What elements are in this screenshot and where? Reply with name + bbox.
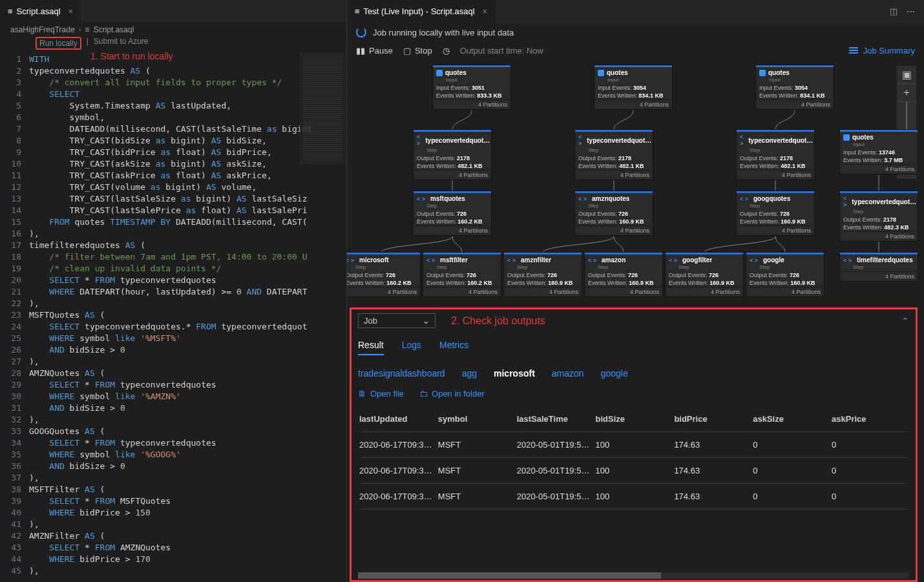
- diagram-node-typeconvertedquot[interactable]: typeconvertedquot…StepOutput Events: 217…: [575, 130, 653, 180]
- diagram-node-quotes[interactable]: quotesInputInput Events: 3051Events Writ…: [433, 65, 510, 109]
- close-icon[interactable]: ×: [483, 6, 488, 16]
- file-icon: 🗎: [358, 389, 366, 399]
- list-icon: [849, 47, 858, 55]
- tab-metrics[interactable]: Metrics: [439, 340, 468, 355]
- annotation-check-outputs: 2. Check job outputs: [451, 315, 545, 327]
- diagram-node-msftfilter[interactable]: msftfilterStepOutput Events: 726Events W…: [423, 253, 501, 296]
- diagram-node-quotes[interactable]: quotesInputInput Events: 3054Events Writ…: [594, 65, 672, 109]
- job-diagram[interactable]: ▣ ＋ － quotesInputInput Events: 3051Event…: [347, 62, 924, 307]
- scrollbar-thumb[interactable]: [358, 572, 661, 579]
- file-icon: ≡: [355, 6, 360, 16]
- results-pane: ≡ Test (Live Input) - Script.asaql × ◫ ⋯…: [347, 0, 924, 582]
- pause-icon: ▮▮: [356, 46, 365, 56]
- output-tabs: tradesignaldashboardaggmicrosoftamazongo…: [358, 368, 909, 379]
- chevron-right-icon: ›: [79, 25, 81, 34]
- col-lastSaleTime[interactable]: lastSaleTime: [516, 406, 594, 432]
- submit-azure-link[interactable]: Submit to Azure: [94, 37, 149, 50]
- codelens-row: Run locally | Submit to Azure: [0, 37, 346, 52]
- output-tab-microsoft[interactable]: microsoft: [494, 368, 535, 379]
- table-row[interactable]: 2020-06-17T09:3…MSFT2020-05-01T19:5…1001…: [358, 484, 909, 510]
- diagram-node-amznfilter[interactable]: amznfilterStepOutput Events: 726Events W…: [504, 253, 582, 296]
- table-row[interactable]: 2020-06-17T09:3…MSFT2020-05-01T19:5…1001…: [358, 432, 909, 458]
- editor-tabs: ≡ Script.asaql ×: [0, 0, 346, 23]
- col-lastUpdated[interactable]: lastUpdated: [358, 406, 437, 432]
- job-dropdown[interactable]: Job ⌄: [358, 313, 436, 328]
- stop-button[interactable]: ▢ Stop: [403, 46, 432, 56]
- code-editor[interactable]: 1234567891011121314151617181920212223242…: [0, 52, 346, 582]
- breadcrumb-project[interactable]: asaHighFreqTrade: [10, 25, 75, 34]
- clock-icon: ◷: [443, 46, 450, 56]
- col-askPrice[interactable]: askPrice: [830, 406, 909, 432]
- folder-icon: 🗀: [419, 389, 428, 399]
- minimap[interactable]: [300, 54, 345, 163]
- horizontal-scrollbar[interactable]: [358, 572, 909, 579]
- diagram-node-amznquotes[interactable]: amznquotesStepOutput Events: 726Events W…: [575, 191, 653, 235]
- chevron-down-icon: ⌄: [423, 316, 430, 326]
- table-row[interactable]: 2020-06-17T09:3…MSFT2020-05-01T19:5…1001…: [358, 458, 909, 484]
- run-locally-link[interactable]: Run locally: [36, 37, 81, 50]
- diagram-node-googquotes[interactable]: googquotesStepOutput Events: 726Events W…: [737, 191, 814, 235]
- col-bidSize[interactable]: bidSize: [594, 406, 673, 432]
- collapse-icon[interactable]: ⌃: [901, 316, 909, 326]
- stop-icon: ▢: [403, 46, 411, 56]
- zoom-in-icon[interactable]: ＋: [897, 84, 916, 102]
- close-icon[interactable]: ×: [68, 6, 74, 16]
- tab-label: Script.asaql: [17, 6, 61, 16]
- diagram-node-microsoft[interactable]: microsoftStepOutput Events: 726Events Wr…: [347, 253, 420, 296]
- output-tab-agg[interactable]: agg: [462, 368, 477, 379]
- job-status-bar: Job running locally with live input data: [347, 23, 924, 42]
- open-file-link[interactable]: 🗎 Open file: [358, 389, 404, 399]
- diagram-node-typeconvertedquot[interactable]: typeconvertedquot…StepOutput Events: 217…: [840, 191, 918, 241]
- output-tab-tradesignaldashboard[interactable]: tradesignaldashboard: [358, 368, 445, 379]
- tab-result[interactable]: Result: [358, 340, 384, 355]
- job-summary-link[interactable]: Job Summary: [849, 46, 915, 56]
- diagram-node-quotes[interactable]: quotesInputInput Events: 3054Events Writ…: [756, 65, 834, 109]
- file-icon: ≡: [8, 6, 13, 16]
- col-askSize[interactable]: askSize: [751, 406, 830, 432]
- output-panel: Job ⌄ 2. Check job outputs ⌃ ResultLogsM…: [350, 307, 918, 582]
- col-bidPrice[interactable]: bidPrice: [673, 406, 751, 432]
- split-editor-icon[interactable]: ◫: [890, 6, 898, 16]
- tab-tools: ◫ ⋯: [890, 6, 924, 16]
- diagram-node-amazon[interactable]: amazonStepOutput Events: 726Events Writt…: [585, 253, 662, 296]
- results-table: lastUpdatedsymbollastSaleTimebidSizebidP…: [358, 406, 909, 510]
- diagram-node-googfilter[interactable]: googfilterStepOutput Events: 726Events W…: [666, 253, 743, 296]
- results-tabs: ≡ Test (Live Input) - Script.asaql × ◫ ⋯: [347, 0, 924, 23]
- col-symbol[interactable]: symbol: [437, 406, 516, 432]
- tab-logs[interactable]: Logs: [402, 340, 421, 355]
- result-tabs: ResultLogsMetrics: [358, 340, 909, 355]
- output-tab-google[interactable]: google: [601, 368, 628, 379]
- pause-button[interactable]: ▮▮ Pause: [356, 46, 393, 56]
- breadcrumb: asaHighFreqTrade › ≡ Script.asaql: [0, 23, 346, 37]
- file-icon: ≡: [85, 25, 90, 34]
- spinner-icon: [356, 27, 366, 37]
- diagram-node-timefilteredquotes[interactable]: timefilteredquotesStep4 Partitions: [840, 253, 918, 281]
- output-tab-amazon[interactable]: amazon: [552, 368, 584, 379]
- zoom-fit-icon[interactable]: ▣: [897, 66, 916, 84]
- job-controls: ▮▮ Pause ▢ Stop ◷ Output start time: Now…: [347, 42, 924, 62]
- line-gutter: 1234567891011121314151617181920212223242…: [0, 52, 29, 582]
- diagram-node-typeconvertedquot[interactable]: typeconvertedquot…StepOutput Events: 217…: [737, 130, 814, 180]
- more-icon[interactable]: ⋯: [907, 6, 915, 16]
- open-folder-link[interactable]: 🗀 Open in folder: [419, 389, 485, 399]
- results-tab[interactable]: ≡ Test (Live Input) - Script.asaql ×: [347, 0, 496, 23]
- output-time-button[interactable]: ◷: [443, 46, 450, 56]
- status-text: Job running locally with live input data: [373, 28, 514, 37]
- diagram-node-google[interactable]: googleStepOutput Events: 726Events Writt…: [746, 253, 824, 296]
- diagram-node-typeconvertedquot[interactable]: typeconvertedquot…StepOutput Events: 217…: [414, 130, 491, 180]
- code-content[interactable]: WITHtypeconvertedquotes AS ( /* convert …: [29, 52, 346, 582]
- editor-pane: ≡ Script.asaql × asaHighFreqTrade › ≡ Sc…: [0, 0, 347, 582]
- breadcrumb-file[interactable]: Script.asaql: [94, 25, 134, 34]
- diagram-node-msftquotes[interactable]: msftquotesStepOutput Events: 726Events W…: [414, 191, 491, 235]
- diagram-node-quotes[interactable]: quotesInputInput Events: 13746Events Wri…: [840, 130, 918, 174]
- tab-label: Test (Live Input) - Script.asaql: [364, 6, 475, 16]
- output-time-label: Output start time: Now: [460, 46, 543, 56]
- file-actions: 🗎 Open file 🗀 Open in folder: [358, 389, 909, 399]
- editor-tab-script[interactable]: ≡ Script.asaql ×: [0, 0, 81, 22]
